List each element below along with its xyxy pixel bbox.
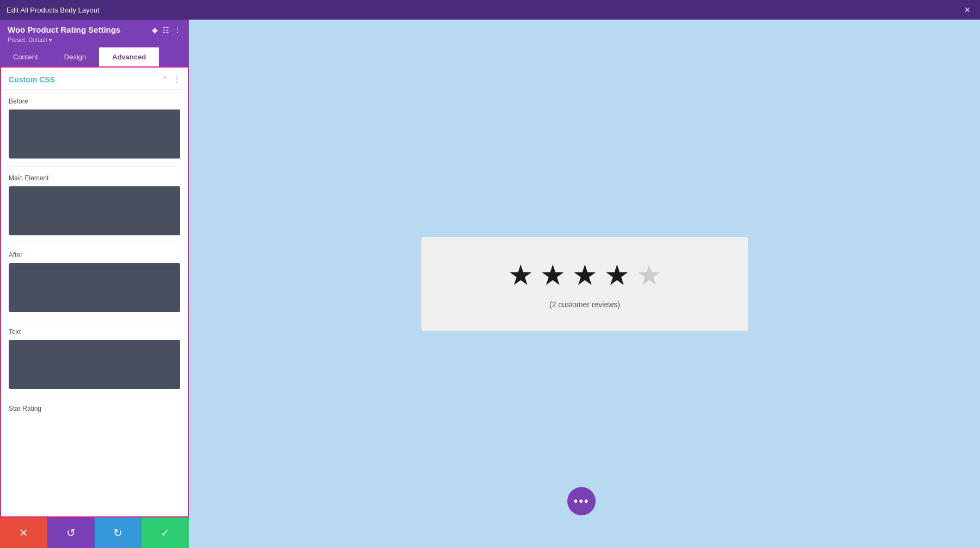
star-1: ★ bbox=[508, 259, 534, 291]
section-header: Custom CSS ⌃ ⋮ bbox=[1, 68, 188, 90]
fab-icon: ••• bbox=[573, 494, 589, 508]
tab-advanced[interactable]: Advanced bbox=[99, 47, 159, 66]
undo-button[interactable]: ↺ bbox=[47, 517, 95, 548]
section-more-icon[interactable]: ⋮ bbox=[173, 75, 180, 84]
css-star-group: Star Rating bbox=[1, 397, 188, 422]
save-button[interactable]: ✓ bbox=[142, 517, 189, 548]
css-main-input[interactable] bbox=[9, 186, 180, 235]
save-icon: ✓ bbox=[161, 526, 170, 539]
css-after-label: After bbox=[9, 251, 180, 259]
bottom-toolbar: ✕ ↺ ↻ ✓ bbox=[0, 517, 189, 548]
undo-icon: ↺ bbox=[66, 526, 76, 539]
fab-button[interactable]: ••• bbox=[567, 487, 596, 515]
grid-icon[interactable]: ☷ bbox=[162, 26, 169, 34]
rating-widget: ★ ★ ★ ★ ★ (2 customer reviews) bbox=[421, 237, 748, 331]
css-text-label: Text bbox=[9, 328, 180, 336]
top-bar: Edit All Products Body Layout × bbox=[0, 0, 980, 20]
panel-title-row: Woo Product Rating Settings ◆ ☷ ⋮ bbox=[8, 25, 181, 34]
preset-label[interactable]: Preset: Default bbox=[8, 36, 181, 43]
tabs-row: Content Design Advanced bbox=[0, 47, 189, 66]
css-after-input[interactable] bbox=[9, 263, 180, 312]
close-button[interactable]: × bbox=[961, 4, 973, 16]
star-3: ★ bbox=[572, 259, 598, 291]
css-star-label: Star Rating bbox=[9, 405, 180, 412]
top-bar-title: Edit All Products Body Layout bbox=[7, 6, 100, 14]
star-2: ★ bbox=[540, 259, 566, 291]
star-4: ★ bbox=[604, 259, 630, 291]
tab-content[interactable]: Content bbox=[0, 47, 51, 66]
redo-icon: ↻ bbox=[113, 526, 122, 539]
panel-header: Woo Product Rating Settings ◆ ☷ ⋮ Preset… bbox=[0, 20, 189, 47]
main-content: ★ ★ ★ ★ ★ (2 customer reviews) ••• bbox=[189, 20, 980, 548]
collapse-icon[interactable]: ⌃ bbox=[162, 75, 168, 84]
css-text-group: Text bbox=[1, 320, 188, 397]
panel-title: Woo Product Rating Settings bbox=[8, 25, 120, 34]
panel-title-icons: ◆ ☷ ⋮ bbox=[152, 26, 181, 34]
css-before-group: Before bbox=[1, 90, 188, 166]
tab-design[interactable]: Design bbox=[51, 47, 99, 66]
left-panel: Woo Product Rating Settings ◆ ☷ ⋮ Preset… bbox=[0, 20, 189, 548]
reviews-text: (2 customer reviews) bbox=[549, 300, 620, 309]
panel-content[interactable]: Custom CSS ⌃ ⋮ Before Main Element After… bbox=[0, 66, 189, 517]
css-main-group: Main Element bbox=[1, 167, 188, 243]
more-icon[interactable]: ⋮ bbox=[174, 26, 181, 34]
section-title: Custom CSS bbox=[9, 75, 55, 84]
redo-button[interactable]: ↻ bbox=[95, 517, 142, 548]
css-before-label: Before bbox=[9, 98, 180, 105]
stars-row: ★ ★ ★ ★ ★ bbox=[508, 259, 662, 291]
star-5: ★ bbox=[636, 259, 662, 291]
css-before-input[interactable] bbox=[9, 109, 180, 159]
css-text-input[interactable] bbox=[9, 340, 180, 389]
css-main-label: Main Element bbox=[9, 174, 180, 182]
settings-icon[interactable]: ◆ bbox=[152, 26, 158, 34]
cancel-icon: ✕ bbox=[19, 526, 28, 539]
css-after-group: After bbox=[1, 243, 188, 320]
section-header-controls: ⌃ ⋮ bbox=[162, 75, 180, 84]
cancel-button[interactable]: ✕ bbox=[0, 517, 47, 548]
